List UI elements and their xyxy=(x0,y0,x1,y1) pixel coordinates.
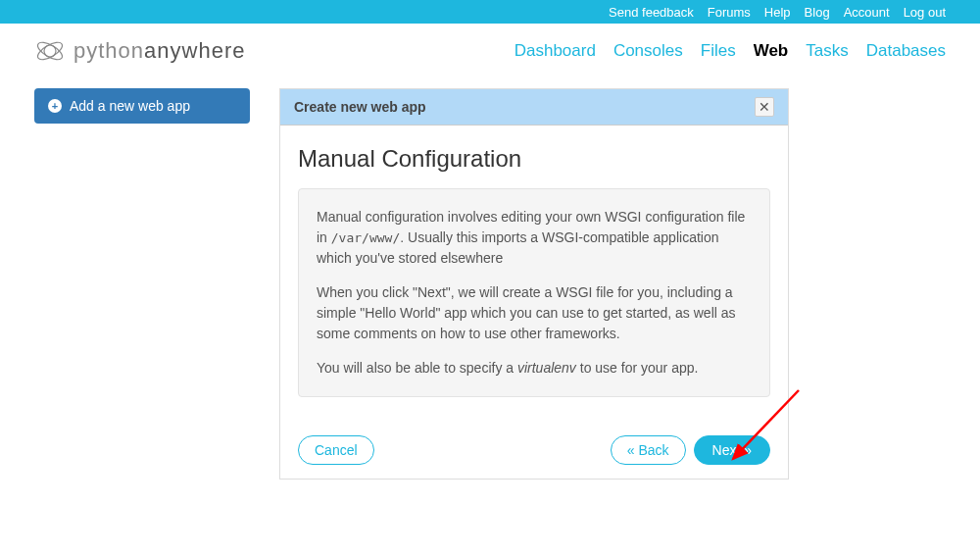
next-button[interactable]: Next » xyxy=(694,435,770,465)
nav-databases[interactable]: Databases xyxy=(866,41,946,61)
topbar-link-logout[interactable]: Log out xyxy=(904,5,946,20)
close-icon: ✕ xyxy=(759,100,770,114)
logo[interactable]: pythonanywhere xyxy=(34,35,245,67)
topbar-link-forums[interactable]: Forums xyxy=(708,5,751,20)
nav-dashboard[interactable]: Dashboard xyxy=(514,41,596,61)
wizard-header-title: Create new web app xyxy=(294,99,426,115)
main-container: + Add a new web app Create new web app ✕… xyxy=(0,78,980,489)
main-nav: Dashboard Consoles Files Web Tasks Datab… xyxy=(514,41,946,61)
info-well: Manual configuration involves editing yo… xyxy=(298,188,770,397)
logo-text: pythonanywhere xyxy=(74,38,245,64)
nav-web[interactable]: Web xyxy=(754,41,789,61)
wizard-panel: Create new web app ✕ Manual Configuratio… xyxy=(279,88,789,480)
wizard-para-3: You will also be able to specify a virtu… xyxy=(317,358,752,379)
wizard-para-1: Manual configuration involves editing yo… xyxy=(317,207,752,269)
add-web-app-label: Add a new web app xyxy=(70,98,190,114)
cancel-button[interactable]: Cancel xyxy=(298,435,374,465)
logo-icon xyxy=(34,35,66,67)
topbar-link-blog[interactable]: Blog xyxy=(805,5,830,20)
plus-icon: + xyxy=(48,99,62,113)
header: pythonanywhere Dashboard Consoles Files … xyxy=(0,24,980,78)
back-button[interactable]: « Back xyxy=(611,435,686,465)
close-button[interactable]: ✕ xyxy=(755,97,774,117)
wizard-header: Create new web app ✕ xyxy=(280,89,788,126)
topbar: Send feedback Forums Help Blog Account L… xyxy=(0,0,980,24)
sidebar: + Add a new web app xyxy=(34,88,250,480)
wizard-footer: Cancel « Back Next » xyxy=(298,416,770,465)
topbar-link-account[interactable]: Account xyxy=(844,5,890,20)
topbar-link-help[interactable]: Help xyxy=(764,5,791,20)
nav-files[interactable]: Files xyxy=(701,41,736,61)
topbar-link-feedback[interactable]: Send feedback xyxy=(609,5,694,20)
nav-tasks[interactable]: Tasks xyxy=(806,41,848,61)
wizard-title: Manual Configuration xyxy=(298,145,770,173)
wizard-body: Manual Configuration Manual configuratio… xyxy=(280,126,788,479)
wizard-para-2: When you click "Next", we will create a … xyxy=(317,282,752,344)
nav-consoles[interactable]: Consoles xyxy=(613,41,683,61)
add-web-app-button[interactable]: + Add a new web app xyxy=(34,88,250,124)
